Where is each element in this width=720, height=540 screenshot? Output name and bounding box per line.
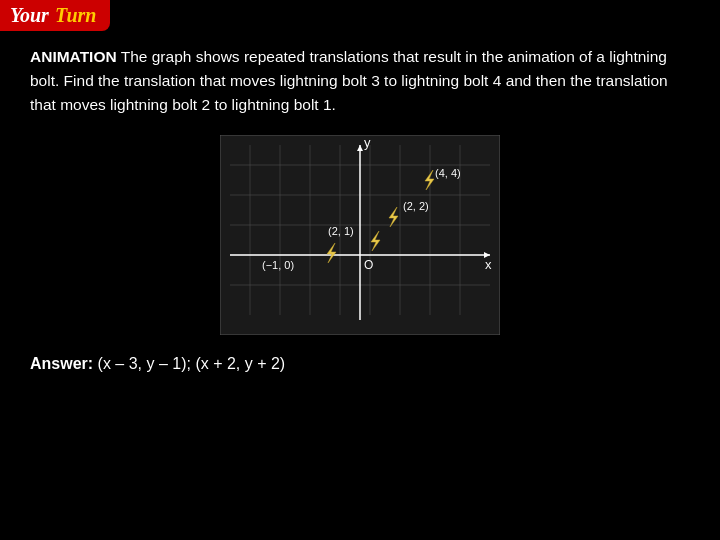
svg-text:(2, 1): (2, 1) [328,225,354,237]
svg-text:x: x [485,257,492,272]
main-content: ANIMATION The graph shows repeated trans… [30,45,690,520]
svg-text:(2, 2): (2, 2) [403,200,429,212]
coordinate-graph: x y O (4, 4) (2, 2) (2, 1) (−1, 0) [220,135,500,335]
answer-label: Answer: [30,355,93,372]
graph-container: x y O (4, 4) (2, 2) (2, 1) (−1, 0) [30,135,690,335]
turn-label: Turn [55,4,97,27]
description-text: ANIMATION The graph shows repeated trans… [30,45,690,117]
answer-section: Answer: (x – 3, y – 1); (x + 2, y + 2) [30,355,690,373]
answer-text: (x – 3, y – 1); (x + 2, y + 2) [93,355,285,372]
description-body: The graph shows repeated translations th… [30,48,668,113]
header-badge: Your Turn [0,0,110,31]
graph-wrapper: x y O (4, 4) (2, 2) (2, 1) (−1, 0) [220,135,500,335]
svg-text:(−1, 0): (−1, 0) [262,259,294,271]
svg-text:(4, 4): (4, 4) [435,167,461,179]
animation-label: ANIMATION [30,48,117,65]
svg-text:y: y [364,135,371,150]
svg-text:O: O [364,258,373,272]
your-label: Your [10,4,49,27]
